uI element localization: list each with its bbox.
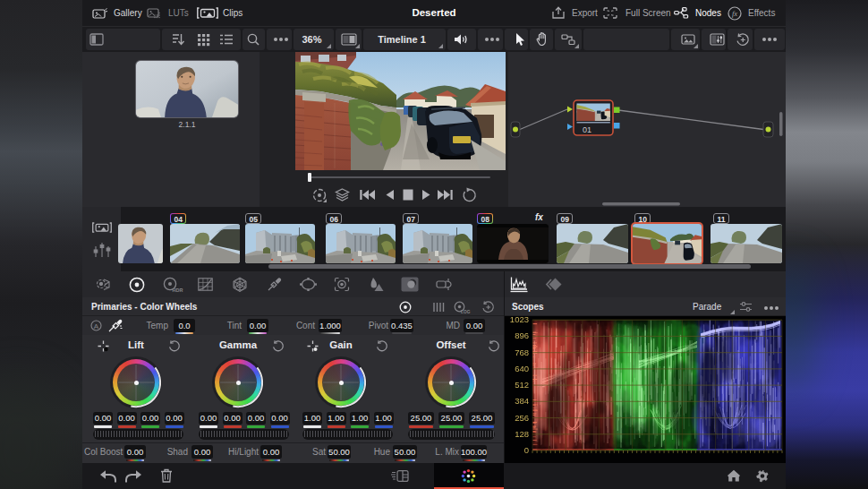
svg-text:512: 512 xyxy=(515,380,529,390)
svg-text:384: 384 xyxy=(515,396,529,406)
svg-text:01: 01 xyxy=(583,125,591,134)
svg-text:896: 896 xyxy=(515,330,529,340)
svg-text:fx: fx xyxy=(732,9,737,18)
svg-text:HDR: HDR xyxy=(173,287,183,293)
svg-text:640: 640 xyxy=(515,364,529,373)
svg-text:768: 768 xyxy=(515,347,529,357)
svg-text:256: 256 xyxy=(515,413,529,423)
svg-text:A: A xyxy=(94,322,99,330)
svg-text:128: 128 xyxy=(515,429,529,439)
svg-text:0: 0 xyxy=(524,445,529,455)
svg-text:LOG: LOG xyxy=(461,310,471,314)
svg-text:1023: 1023 xyxy=(510,316,529,324)
